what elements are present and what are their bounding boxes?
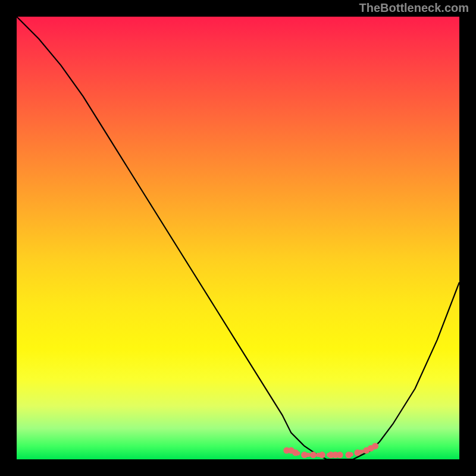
optimal-marker-dot — [337, 452, 343, 458]
optimal-marker-dot — [301, 452, 308, 458]
optimal-marker-dot — [354, 449, 361, 456]
optimal-marker-dot — [319, 452, 325, 458]
optimal-marker-dot — [292, 449, 299, 456]
optimal-marker-dot — [346, 452, 352, 458]
optimal-marker-dot — [372, 443, 378, 449]
watermark-text: TheBottleneck.com — [359, 1, 469, 15]
bottleneck-curve — [17, 17, 459, 459]
chart-svg — [17, 17, 459, 459]
optimal-markers — [283, 443, 378, 458]
plot-area — [17, 17, 459, 459]
optimal-marker-dot — [310, 452, 317, 458]
